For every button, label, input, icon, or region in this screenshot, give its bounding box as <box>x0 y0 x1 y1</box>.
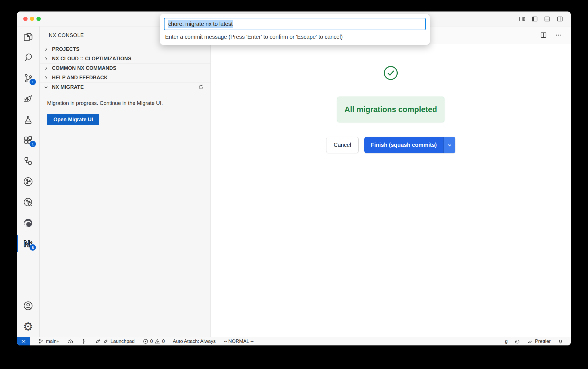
open-migrate-ui-button[interactable]: Open Migrate UI <box>47 114 99 125</box>
cloud-upload-icon <box>67 339 73 344</box>
quick-input-prompt: Enter a commit message (Press 'Enter' to… <box>164 30 426 42</box>
finish-button[interactable]: Finish (squash commits) <box>364 137 443 153</box>
sidebar-item-account[interactable] <box>17 295 39 316</box>
nx-migrate-panel: Migration in progress. Continue in the M… <box>40 92 210 125</box>
vim-keystroke-status: g <box>505 339 508 344</box>
section-label: NX CLOUD :: CI OPTIMIZATIONS <box>52 56 131 62</box>
status-bar: main+ Launchpad 0 0 <box>17 337 571 345</box>
split-editor-icon[interactable] <box>540 31 547 39</box>
account-icon <box>23 301 33 311</box>
section-label: COMMON NX COMMANDS <box>52 65 116 71</box>
status-bar-left: main+ Launchpad 0 0 <box>17 337 505 345</box>
minimize-window-button[interactable] <box>30 17 34 21</box>
section-nx-cloud[interactable]: NX CLOUD :: CI OPTIMIZATIONS <box>40 54 210 64</box>
copilot-status[interactable] <box>514 339 520 344</box>
nx-badge: 8 <box>30 244 36 251</box>
git-graph-status[interactable] <box>81 339 87 344</box>
beaker-icon <box>23 114 33 125</box>
migration-status-text: Migration in progress. Continue in the M… <box>47 100 204 106</box>
branch-name: main+ <box>46 339 59 344</box>
chevron-right-icon <box>44 66 49 71</box>
run-debug-icon <box>23 94 33 104</box>
section-common-commands[interactable]: COMMON NX COMMANDS <box>40 64 210 73</box>
chevron-right-icon <box>44 56 49 61</box>
vim-mode-status: -- NORMAL -- <box>224 339 254 344</box>
sidebar-item-nx-console[interactable]: N» 8 <box>17 233 39 254</box>
prettier-status[interactable]: Prettier <box>527 339 551 344</box>
zoom-window-button[interactable] <box>36 17 41 21</box>
git-graph-icon <box>81 339 87 344</box>
launchpad-label: Launchpad <box>111 339 135 344</box>
sidebar-item-dependencies[interactable] <box>17 151 39 171</box>
source-control-badge: 1 <box>30 79 36 85</box>
edge-devtools-icon <box>23 218 33 228</box>
sidebar-item-source-control[interactable]: 1 <box>17 68 39 89</box>
error-icon <box>143 339 148 344</box>
activity-bar: 1 1 <box>17 26 40 337</box>
section-label: NX MIGRATE <box>52 84 84 90</box>
close-window-button[interactable] <box>23 17 28 21</box>
branch-icon <box>38 339 44 344</box>
vscode-window: 1 1 <box>17 11 571 345</box>
auto-attach-status[interactable]: Auto Attach: Always <box>173 339 216 344</box>
section-projects[interactable]: PROJECTS <box>40 45 210 54</box>
gear-icon: ⚙ <box>23 321 33 332</box>
editor-area: All migrations completed Cancel Finish (… <box>211 26 571 337</box>
toggle-panel-icon[interactable] <box>544 16 551 22</box>
migrate-ui-content: All migrations completed Cancel Finish (… <box>211 44 571 337</box>
sidebar: NX CONSOLE PROJECTS NX CLOUD :: CI OPTIM… <box>40 26 211 337</box>
warning-icon <box>154 339 160 344</box>
plug-icon <box>103 339 109 344</box>
customize-layout-icon[interactable] <box>519 16 525 22</box>
success-check-icon <box>383 66 398 80</box>
traffic-lights <box>23 17 41 21</box>
more-actions-icon[interactable] <box>555 31 562 39</box>
publish-status[interactable] <box>67 339 73 344</box>
formatter-label: Prettier <box>535 339 551 344</box>
circle-branch-search-icon <box>23 197 33 207</box>
sidebar-item-search[interactable] <box>17 47 39 68</box>
section-help-feedback[interactable]: HELP AND FEEDBACK <box>40 73 210 82</box>
sidebar-item-edge-tools[interactable] <box>17 213 39 233</box>
section-nx-migrate[interactable]: NX MIGRATE <box>40 82 210 92</box>
selected-input-text: chore: migrate nx to latest <box>168 20 233 28</box>
problems-status[interactable]: 0 0 <box>143 339 165 344</box>
screen-background: 1 1 <box>0 0 588 369</box>
chevron-right-icon <box>44 47 49 52</box>
status-bar-right: g Prettier <box>505 337 563 345</box>
launchpad-status[interactable]: Launchpad <box>95 339 135 344</box>
success-message: All migrations completed <box>345 105 437 114</box>
circle-branch-icon <box>23 176 33 187</box>
sidebar-item-testing[interactable] <box>17 109 39 130</box>
sidebar-item-git-search[interactable] <box>17 192 39 213</box>
chevron-right-icon <box>44 75 49 80</box>
action-buttons: Cancel Finish (squash commits) <box>326 137 455 153</box>
error-count: 0 <box>150 339 153 344</box>
extensions-badge: 1 <box>30 141 36 147</box>
refresh-icon[interactable] <box>198 84 204 90</box>
files-icon <box>23 32 33 42</box>
sidebar-item-git-graph[interactable] <box>17 171 39 192</box>
sidebar-item-run-debug[interactable] <box>17 89 39 109</box>
toggle-secondary-sidebar-icon[interactable] <box>556 16 563 22</box>
git-branch-status[interactable]: main+ <box>38 339 59 344</box>
warning-count: 0 <box>162 339 165 344</box>
rocket-icon <box>95 339 101 344</box>
quick-input-panel: chore: migrate nx to latest Enter a comm… <box>160 14 430 45</box>
notifications-status[interactable] <box>558 339 563 344</box>
finish-split-button: Finish (squash commits) <box>364 137 455 153</box>
double-check-icon <box>527 339 533 344</box>
main-row: 1 1 <box>17 26 571 337</box>
sidebar-item-explorer[interactable] <box>17 26 39 47</box>
section-label: PROJECTS <box>52 46 80 52</box>
commit-message-input[interactable]: chore: migrate nx to latest <box>164 18 426 30</box>
layout-controls <box>519 16 563 22</box>
remote-indicator[interactable] <box>17 337 30 345</box>
toggle-primary-sidebar-icon[interactable] <box>531 16 538 22</box>
cancel-button[interactable]: Cancel <box>326 137 359 153</box>
chevron-down-icon <box>44 85 49 90</box>
sidebar-item-settings[interactable]: ⚙ <box>17 316 39 337</box>
finish-dropdown-button[interactable] <box>443 137 455 153</box>
copilot-icon <box>514 339 520 344</box>
sidebar-item-extensions[interactable]: 1 <box>17 130 39 151</box>
